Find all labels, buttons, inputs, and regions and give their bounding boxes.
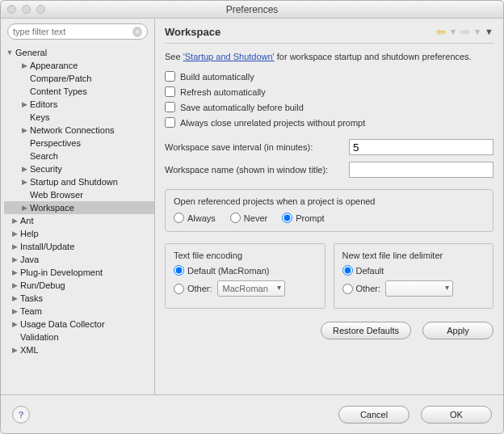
save-interval-input[interactable] bbox=[349, 139, 494, 155]
open-ref-always-radio[interactable]: Always bbox=[174, 213, 216, 223]
close-unrelated-check[interactable]: Always close unrelated projects without … bbox=[165, 117, 494, 128]
tree-item-keys[interactable]: Keys bbox=[4, 111, 154, 124]
disclosure-right-icon[interactable]: ▶ bbox=[10, 242, 19, 251]
tree-item-startup[interactable]: ▶Startup and Shutdown bbox=[4, 175, 154, 188]
checkbox-group: Build automatically Refresh automaticall… bbox=[165, 71, 494, 128]
tree-item-perspectives[interactable]: Perspectives bbox=[4, 137, 154, 150]
disclosure-right-icon[interactable]: ▶ bbox=[20, 100, 28, 108]
back-icon[interactable]: ⇦ bbox=[436, 25, 446, 38]
filter-search[interactable]: × bbox=[7, 23, 148, 40]
delimiter-group: New text file line delimiter Default Oth… bbox=[334, 243, 494, 309]
disclosure-right-icon[interactable]: ▶ bbox=[20, 61, 28, 70]
disclosure-right-icon[interactable]: ▶ bbox=[20, 204, 28, 212]
disclosure-right-icon[interactable]: ▶ bbox=[10, 217, 19, 225]
sidebar: × ▼General ▶Appearance Compare/Patch Con… bbox=[1, 19, 155, 394]
open-ref-prompt-radio[interactable]: Prompt bbox=[282, 213, 324, 223]
window-title: Preferences bbox=[1, 4, 503, 15]
tree-item-security[interactable]: ▶Security bbox=[4, 162, 154, 175]
disclosure-right-icon[interactable]: ▶ bbox=[10, 346, 19, 354]
encoding-other-radio[interactable]: Other: bbox=[174, 284, 212, 294]
page-menu-icon[interactable]: ▼ bbox=[485, 27, 494, 36]
disclosure-right-icon[interactable]: ▶ bbox=[10, 294, 19, 302]
content-pane: Workspace ⇦ ▾ ⇨ ▾ ▼ See 'Startup and Shu… bbox=[155, 19, 503, 394]
tree-item-editors[interactable]: ▶Editors bbox=[4, 98, 154, 111]
encoding-label: Text file encoding bbox=[174, 251, 317, 260]
tree-item-network[interactable]: ▶Network Connections bbox=[4, 124, 154, 137]
tree-item-install[interactable]: ▶Install/Update bbox=[4, 240, 154, 253]
save-interval-row: Workspace save interval (in minutes): bbox=[165, 139, 494, 155]
page-header: Workspace ⇦ ▾ ⇨ ▾ ▼ bbox=[165, 25, 494, 44]
ok-button[interactable]: OK bbox=[421, 406, 492, 423]
save-before-build-check[interactable]: Save automatically before build bbox=[165, 102, 494, 112]
preferences-window: Preferences × ▼General ▶Appearance Compa… bbox=[0, 0, 504, 434]
footer: ? Cancel OK bbox=[1, 394, 503, 433]
build-automatically-check[interactable]: Build automatically bbox=[165, 71, 494, 82]
page-description: See 'Startup and Shutdown' for workspace… bbox=[165, 52, 494, 61]
tree-item-help[interactable]: ▶Help bbox=[4, 227, 154, 240]
encoding-other-select[interactable]: MacRoman bbox=[217, 280, 285, 297]
encoding-group: Text file encoding Default (MacRoman) Ot… bbox=[165, 243, 326, 309]
open-referenced-group: Open referenced projects when a project … bbox=[165, 189, 494, 232]
tree-item-ant[interactable]: ▶Ant bbox=[4, 214, 154, 227]
titlebar: Preferences bbox=[1, 1, 503, 19]
disclosure-down-icon[interactable]: ▼ bbox=[6, 48, 14, 57]
refresh-automatically-check[interactable]: Refresh automatically bbox=[165, 86, 494, 97]
tree-item-compare[interactable]: Compare/Patch bbox=[4, 72, 154, 85]
page-nav: ⇦ ▾ ⇨ ▾ ▼ bbox=[436, 25, 494, 38]
cancel-button[interactable]: Cancel bbox=[338, 406, 410, 423]
apply-button[interactable]: Apply bbox=[422, 322, 494, 339]
tree-item-usage[interactable]: ▶Usage Data Collector bbox=[4, 318, 154, 331]
page-title: Workspace bbox=[165, 26, 220, 38]
tree-item-content-types[interactable]: Content Types bbox=[4, 85, 154, 98]
forward-icon: ⇨ bbox=[460, 25, 470, 38]
tree-item-run-debug[interactable]: ▶Run/Debug bbox=[4, 279, 154, 292]
disclosure-right-icon[interactable]: ▶ bbox=[10, 255, 19, 263]
help-icon[interactable]: ? bbox=[12, 406, 30, 423]
tree-item-java[interactable]: ▶Java bbox=[4, 253, 154, 266]
encoding-row: Text file encoding Default (MacRoman) Ot… bbox=[165, 238, 494, 309]
disclosure-right-icon[interactable]: ▶ bbox=[20, 178, 28, 186]
workspace-name-input[interactable] bbox=[349, 162, 494, 178]
workspace-name-row: Workspace name (shown in window title): bbox=[165, 162, 494, 178]
delimiter-label: New text file line delimiter bbox=[342, 251, 485, 260]
filter-input[interactable] bbox=[13, 27, 129, 36]
disclosure-right-icon[interactable]: ▶ bbox=[10, 268, 19, 276]
tree-item-team[interactable]: ▶Team bbox=[4, 305, 154, 318]
open-ref-never-radio[interactable]: Never bbox=[230, 213, 267, 223]
save-interval-label: Workspace save interval (in minutes): bbox=[165, 142, 342, 152]
tree-item-plugin-dev[interactable]: ▶Plug-in Development bbox=[4, 266, 154, 279]
tree-item-search[interactable]: Search bbox=[4, 150, 154, 162]
page-actions: Restore Defaults Apply bbox=[165, 322, 494, 339]
startup-link[interactable]: 'Startup and Shutdown' bbox=[183, 52, 275, 61]
tree-item-appearance[interactable]: ▶Appearance bbox=[4, 59, 154, 72]
delimiter-default-radio[interactable]: Default bbox=[342, 265, 384, 276]
workspace-name-label: Workspace name (shown in window title): bbox=[165, 165, 342, 175]
disclosure-right-icon[interactable]: ▶ bbox=[10, 320, 19, 328]
tree-item-general[interactable]: ▼General bbox=[4, 46, 154, 59]
preference-tree[interactable]: ▼General ▶Appearance Compare/Patch Conte… bbox=[1, 44, 154, 394]
tree-item-xml[interactable]: ▶XML bbox=[4, 343, 154, 356]
encoding-default-radio[interactable]: Default (MacRoman) bbox=[174, 265, 269, 276]
delimiter-other-radio[interactable]: Other: bbox=[342, 284, 381, 294]
disclosure-right-icon[interactable]: ▶ bbox=[20, 165, 28, 173]
tree-item-workspace[interactable]: ▶Workspace bbox=[4, 201, 154, 214]
window-body: × ▼General ▶Appearance Compare/Patch Con… bbox=[1, 19, 503, 394]
disclosure-right-icon[interactable]: ▶ bbox=[20, 126, 28, 134]
delimiter-other-select[interactable] bbox=[385, 280, 453, 297]
disclosure-right-icon[interactable]: ▶ bbox=[10, 281, 19, 289]
open-referenced-label: Open referenced projects when a project … bbox=[174, 196, 485, 206]
restore-defaults-button[interactable]: Restore Defaults bbox=[321, 322, 411, 339]
disclosure-right-icon[interactable]: ▶ bbox=[10, 230, 19, 238]
disclosure-right-icon[interactable]: ▶ bbox=[10, 307, 19, 315]
tree-item-validation[interactable]: Validation bbox=[4, 331, 154, 343]
tree-item-web-browser[interactable]: Web Browser bbox=[4, 188, 154, 201]
clear-icon[interactable]: × bbox=[132, 27, 142, 37]
tree-item-tasks[interactable]: ▶Tasks bbox=[4, 292, 154, 305]
